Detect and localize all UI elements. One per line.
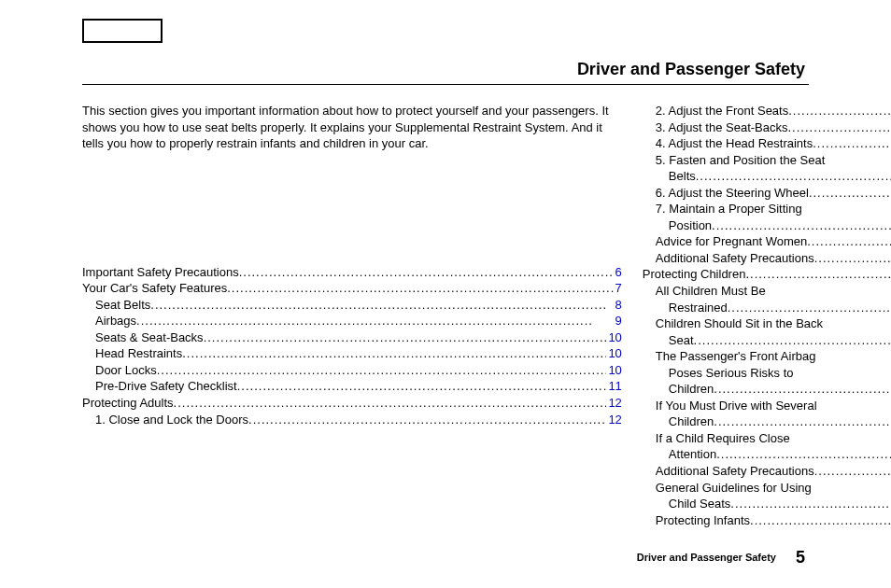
toc-label: Children Should Sit in the Back — [656, 315, 823, 332]
toc-columns: This section gives you important informa… — [82, 103, 809, 528]
toc-entry-cont[interactable]: Restrained19 — [643, 300, 891, 316]
page-footer: Driver and Passenger Safety 5 — [637, 548, 805, 567]
toc-entry[interactable]: 6. Adjust the Steering Wheel16 — [643, 185, 891, 202]
toc-label: Head Restraints — [95, 345, 182, 362]
toc-entry[interactable]: If You Must Drive with Several — [643, 398, 891, 414]
toc-entry[interactable]: 5. Fasten and Position the Seat — [643, 152, 891, 169]
toc-entry-cont[interactable]: Poses Serious Risks to — [643, 365, 891, 382]
toc-page-number[interactable]: 6 — [614, 264, 622, 281]
toc-entry-cont[interactable]: Seat20 — [643, 332, 891, 349]
toc-label: General Guidelines for Using — [656, 480, 812, 497]
toc-entry[interactable]: Head Restraints10 — [82, 345, 622, 362]
toc-page-number[interactable]: 7 — [614, 280, 622, 297]
toc-leader-dots — [237, 378, 607, 395]
toc-label: Seat — [669, 332, 694, 349]
toc-page-number[interactable]: 9 — [614, 313, 622, 329]
toc-leader-dots — [714, 381, 891, 398]
toc-label: 5. Fasten and Position the Seat — [656, 152, 825, 169]
toc-leader-dots — [696, 168, 891, 185]
column-2: 2. Adjust the Front Seats123. Adjust the… — [643, 103, 891, 528]
toc-leader-dots — [813, 135, 891, 152]
toc-label: Seats & Seat-Backs — [95, 329, 204, 346]
toc-label: Child Seats — [669, 496, 730, 512]
toc-entry[interactable]: 1. Close and Lock the Doors12 — [82, 412, 622, 428]
toc-entry[interactable]: General Guidelines for Using — [643, 480, 891, 497]
toc-entry[interactable]: Door Locks10 — [82, 362, 622, 379]
toc-entry-cont[interactable]: Belts14 — [643, 168, 891, 185]
toc-leader-dots — [814, 250, 891, 267]
toc-entry[interactable]: 4. Adjust the Head Restraints14 — [643, 135, 891, 152]
toc-label: 6. Adjust the Steering Wheel — [656, 185, 809, 202]
toc-label: 1. Close and Lock the Doors — [95, 412, 248, 428]
toc-label: 3. Adjust the Seat-Backs — [656, 119, 788, 136]
toc-entry[interactable]: Protecting Infants28 — [643, 512, 891, 529]
toc-leader-dots — [809, 185, 891, 202]
toc-page-number[interactable]: 8 — [614, 297, 622, 314]
toc-label: If a Child Requires Close — [656, 430, 790, 447]
toc-label: Restrained — [669, 300, 728, 316]
toc-leader-dots — [204, 329, 607, 346]
toc-leader-dots — [227, 280, 613, 297]
toc-entry-cont[interactable]: Child Seats24 — [643, 496, 891, 512]
toc-page-number[interactable]: 11 — [606, 378, 621, 395]
toc-label: The Passenger's Front Airbag — [656, 348, 816, 365]
toc-label: Airbags — [95, 313, 136, 329]
toc-page-number[interactable]: 10 — [606, 329, 621, 346]
toc-entry[interactable]: Seats & Seat-Backs10 — [82, 329, 622, 346]
toc-entry[interactable]: The Passenger's Front Airbag — [643, 348, 891, 365]
toc-leader-dots — [788, 103, 891, 119]
toc-leader-dots — [714, 413, 891, 430]
footer-label: Driver and Passenger Safety — [637, 552, 776, 563]
toc-leader-dots — [730, 496, 891, 512]
toc-entry[interactable]: All Children Must Be — [643, 283, 891, 300]
toc-page-number[interactable]: 10 — [606, 362, 621, 379]
toc-label: 2. Adjust the Front Seats — [656, 103, 788, 119]
toc-leader-dots — [728, 300, 891, 316]
toc-entry[interactable]: Protecting Adults12 — [82, 395, 622, 412]
toc-leader-dots — [157, 362, 607, 379]
toc-entry-cont[interactable]: Children22 — [643, 413, 891, 430]
toc-label: Belts — [669, 168, 696, 185]
toc-label: Advice for Pregnant Women — [656, 233, 807, 250]
toc-label: Poses Serious Risks to — [669, 365, 794, 382]
toc-entry-cont[interactable]: Attention23 — [643, 446, 891, 463]
toc-page-number[interactable]: 12 — [606, 412, 621, 428]
toc-label: Protecting Adults — [82, 395, 174, 412]
toc-leader-dots — [248, 412, 606, 428]
toc-entry[interactable]: Important Safety Precautions6 — [82, 264, 622, 281]
toc-entry-cont[interactable]: Position16 — [643, 217, 891, 234]
toc-entry[interactable]: Your Car's Safety Features7 — [82, 280, 622, 297]
toc-label: Your Car's Safety Features — [82, 280, 227, 297]
toc-leader-dots — [716, 446, 891, 463]
toc-label: Protecting Children — [643, 266, 746, 283]
toc-label: Pre-Drive Safety Checklist — [95, 378, 237, 395]
toc-entry[interactable]: Children Should Sit in the Back — [643, 315, 891, 332]
toc-entry[interactable]: 7. Maintain a Proper Sitting — [643, 201, 891, 217]
toc-entry[interactable]: Pre-Drive Safety Checklist11 — [82, 378, 622, 395]
toc-entry-cont[interactable]: Children20 — [643, 381, 891, 398]
toc-label: Door Locks — [95, 362, 157, 379]
toc-page-number[interactable]: 10 — [606, 345, 621, 362]
toc-leader-dots — [182, 345, 606, 362]
header-slot — [82, 19, 163, 43]
toc-entry[interactable]: If a Child Requires Close — [643, 430, 891, 447]
toc-label: Position — [669, 217, 712, 234]
toc-label: 7. Maintain a Proper Sitting — [656, 201, 802, 217]
toc-entry[interactable]: Advice for Pregnant Women17 — [643, 233, 891, 250]
toc-entry[interactable]: 3. Adjust the Seat-Backs13 — [643, 119, 891, 136]
toc-label: Attention — [669, 446, 716, 463]
toc-entry[interactable]: Seat Belts8 — [82, 297, 622, 314]
toc-entry[interactable]: Airbags9 — [82, 313, 622, 329]
toc-leader-dots — [814, 463, 891, 480]
toc-label: Seat Belts — [95, 297, 150, 314]
toc-leader-dots — [712, 217, 891, 234]
toc-entry[interactable]: Additional Safety Precautions23 — [643, 463, 891, 480]
toc-entry[interactable]: Protecting Children19 — [643, 266, 891, 283]
toc-leader-dots — [174, 395, 607, 412]
toc-entry[interactable]: 2. Adjust the Front Seats12 — [643, 103, 891, 119]
footer-page-number: 5 — [796, 548, 805, 567]
toc-page-number[interactable]: 12 — [606, 395, 621, 412]
toc-entry[interactable]: Additional Safety Precautions18 — [643, 250, 891, 267]
toc-label: Protecting Infants — [656, 512, 750, 529]
column-1: This section gives you important informa… — [82, 103, 622, 528]
